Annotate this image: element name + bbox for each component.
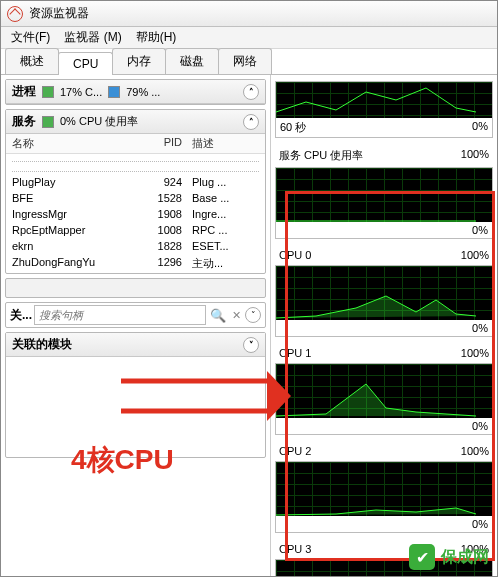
left-column: 进程 17% C... 79% ... ˄ 服务 0% CPU 使用率 ˄ 名 bbox=[1, 75, 271, 576]
collapse-button[interactable]: ˄ bbox=[243, 84, 259, 100]
cell-pid: 1008 bbox=[132, 224, 192, 236]
menu-monitor[interactable]: 监视器 (M) bbox=[58, 27, 127, 48]
graph-cpu0-title: CPU 0 bbox=[279, 249, 311, 261]
cell-name: ZhuDongFangYu bbox=[12, 256, 132, 271]
processes-header[interactable]: 进程 17% C... 79% ... ˄ bbox=[6, 80, 265, 104]
col-name[interactable]: 名称 bbox=[12, 136, 132, 151]
app-icon bbox=[7, 6, 23, 22]
services-title: 服务 bbox=[12, 113, 36, 130]
graph-services: 0% bbox=[275, 167, 493, 239]
cell-name: BFE bbox=[12, 192, 132, 204]
label-100pct: 100% bbox=[461, 445, 489, 457]
tab-overview[interactable]: 概述 bbox=[5, 48, 59, 74]
cell-desc: ESET... bbox=[192, 240, 259, 252]
cell-name: ekrn bbox=[12, 240, 132, 252]
services-panel: 服务 0% CPU 使用率 ˄ 名称 PID 描述 PlugPlay924Plu… bbox=[5, 109, 266, 274]
handles-search-row: 关... 🔍 ✕ ˅ bbox=[6, 303, 265, 327]
content-area: 进程 17% C... 79% ... ˄ 服务 0% CPU 使用率 ˄ 名 bbox=[1, 75, 497, 576]
graph-svc-title-row: 服务 CPU 使用率 100% bbox=[275, 146, 493, 165]
table-row bbox=[12, 164, 259, 172]
menu-help[interactable]: 帮助(H) bbox=[130, 27, 183, 48]
watermark-text: 保成网 bbox=[441, 547, 489, 568]
modules-body bbox=[6, 357, 265, 457]
cell-name: IngressMgr bbox=[12, 208, 132, 220]
cell-pid: 1828 bbox=[132, 240, 192, 252]
legend-svc-cpu: 0% CPU 使用率 bbox=[60, 114, 138, 129]
search-icon[interactable]: 🔍 bbox=[208, 308, 228, 323]
cell-desc: RPC ... bbox=[192, 224, 259, 236]
table-row[interactable]: IngressMgr1908Ingre... bbox=[6, 206, 265, 222]
table-row[interactable]: PlugPlay924Plug ... bbox=[6, 174, 265, 190]
cell-pid: 1528 bbox=[132, 192, 192, 204]
graph-cpu1-title: CPU 1 bbox=[279, 347, 311, 359]
label-100pct: 100% bbox=[461, 148, 489, 163]
legend-blue-icon bbox=[108, 86, 120, 98]
cell-pid: 1296 bbox=[132, 256, 192, 271]
cell-desc: Base ... bbox=[192, 192, 259, 204]
label-0pct: 0% bbox=[472, 224, 488, 236]
label-0pct: 0% bbox=[472, 420, 488, 432]
cell-pid: 924 bbox=[132, 176, 192, 188]
cell-desc: Ingre... bbox=[192, 208, 259, 220]
graph-cpu2-title: CPU 2 bbox=[279, 445, 311, 457]
cell-name: PlugPlay bbox=[12, 176, 132, 188]
cell-pid: 1908 bbox=[132, 208, 192, 220]
tab-strip: 概述 CPU 内存 磁盘 网络 bbox=[1, 49, 497, 75]
legend-max-freq: 79% ... bbox=[126, 86, 160, 98]
titlebar: 资源监视器 bbox=[1, 1, 497, 27]
search-handles-input[interactable] bbox=[34, 305, 206, 325]
graph-cpu3-title: CPU 3 bbox=[279, 543, 311, 555]
label-100pct: 100% bbox=[461, 347, 489, 359]
table-row[interactable]: RpcEptMapper1008RPC ... bbox=[6, 222, 265, 238]
table-row bbox=[12, 154, 259, 162]
menubar: 文件(F) 监视器 (M) 帮助(H) bbox=[1, 27, 497, 49]
tab-cpu[interactable]: CPU bbox=[58, 52, 113, 75]
table-row[interactable]: BFE1528Base ... bbox=[6, 190, 265, 206]
graph-svc-title: 服务 CPU 使用率 bbox=[279, 148, 363, 163]
processes-panel: 进程 17% C... 79% ... ˄ bbox=[5, 79, 266, 105]
table-row[interactable]: ZhuDongFangYu1296主动... bbox=[6, 254, 265, 273]
graph-cpu0: 0% bbox=[275, 265, 493, 337]
legend-cpu-usage: 17% C... bbox=[60, 86, 102, 98]
spacer-panel bbox=[5, 278, 266, 298]
graph-line bbox=[276, 82, 476, 118]
legend-green-icon bbox=[42, 116, 54, 128]
col-desc[interactable]: 描述 bbox=[192, 136, 259, 151]
window-title: 资源监视器 bbox=[29, 5, 89, 22]
modules-panel: 关联的模块 ˅ bbox=[5, 332, 266, 458]
graph-cpu2: 0% bbox=[275, 461, 493, 533]
tab-memory[interactable]: 内存 bbox=[112, 48, 166, 74]
graph-cpu1: 0% bbox=[275, 363, 493, 435]
label-0pct: 0% bbox=[472, 322, 488, 334]
processes-title: 进程 bbox=[12, 83, 36, 100]
cell-desc: Plug ... bbox=[192, 176, 259, 188]
menu-file[interactable]: 文件(F) bbox=[5, 27, 56, 48]
services-header[interactable]: 服务 0% CPU 使用率 ˄ bbox=[6, 110, 265, 134]
tab-disk[interactable]: 磁盘 bbox=[165, 48, 219, 74]
expand-button[interactable]: ˅ bbox=[243, 337, 259, 353]
label-0pct: 0% bbox=[472, 120, 488, 135]
watermark: ✔ 保成网 bbox=[409, 544, 489, 570]
clear-icon[interactable]: ✕ bbox=[230, 309, 243, 322]
modules-title: 关联的模块 bbox=[12, 336, 72, 353]
modules-header[interactable]: 关联的模块 ˅ bbox=[6, 333, 265, 357]
cell-name: RpcEptMapper bbox=[12, 224, 132, 236]
resource-monitor-window: 资源监视器 文件(F) 监视器 (M) 帮助(H) 概述 CPU 内存 磁盘 网… bbox=[0, 0, 498, 577]
services-table-head: 名称 PID 描述 bbox=[6, 134, 265, 154]
tab-network[interactable]: 网络 bbox=[218, 48, 272, 74]
col-pid[interactable]: PID bbox=[132, 136, 192, 151]
label-60s: 60 秒 bbox=[280, 120, 306, 135]
table-row[interactable]: ekrn1828ESET... bbox=[6, 238, 265, 254]
handles-prefix: 关... bbox=[10, 307, 32, 324]
graph-cpu-total: 60 秒 0% bbox=[275, 81, 493, 138]
handles-panel: 关... 🔍 ✕ ˅ bbox=[5, 302, 266, 328]
legend-green-icon bbox=[42, 86, 54, 98]
collapse-button[interactable]: ˄ bbox=[243, 114, 259, 130]
cell-desc: 主动... bbox=[192, 256, 259, 271]
expand-button[interactable]: ˅ bbox=[245, 307, 261, 323]
label-0pct: 0% bbox=[472, 518, 488, 530]
right-column: 60 秒 0% 服务 CPU 使用率 100% 0% CPU 0100% bbox=[271, 75, 497, 576]
label-100pct: 100% bbox=[461, 249, 489, 261]
watermark-icon: ✔ bbox=[409, 544, 435, 570]
